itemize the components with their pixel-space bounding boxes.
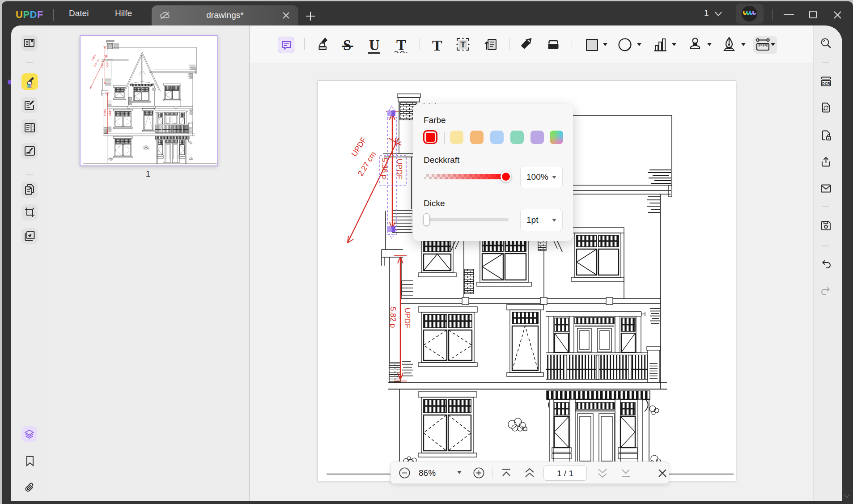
svg-text:T: T [460, 40, 466, 49]
svg-text:OCR: OCR [822, 81, 830, 86]
